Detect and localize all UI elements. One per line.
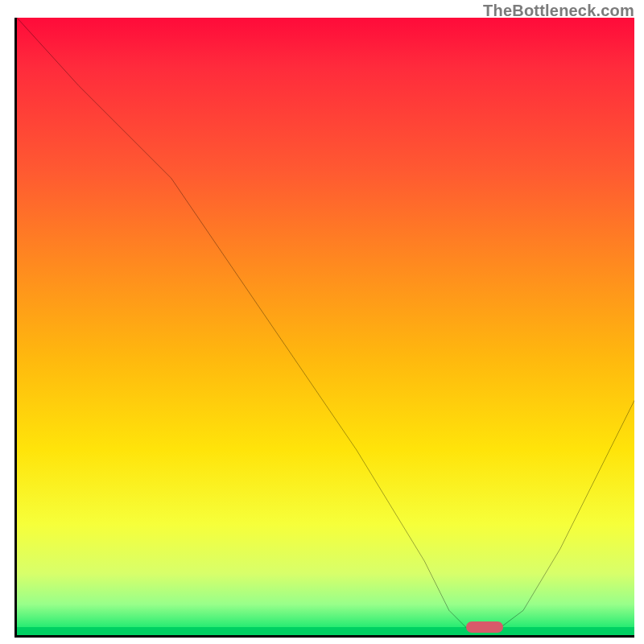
plot-area <box>14 18 634 638</box>
green-baseline-strip <box>17 627 634 635</box>
chart-container: TheBottleneck.com <box>0 0 644 644</box>
heat-gradient-background <box>17 18 634 635</box>
optimal-point-marker <box>466 621 503 633</box>
